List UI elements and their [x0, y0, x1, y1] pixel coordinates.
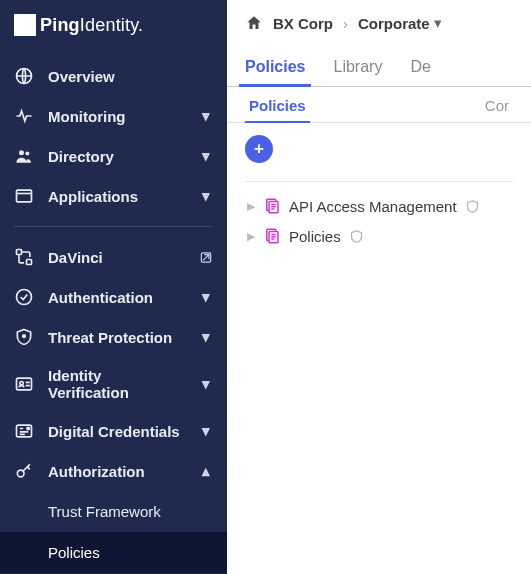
chevron-down-icon: ▾	[199, 147, 213, 165]
main-area: BX Corp › Corporate ▾ Policies Library D…	[227, 0, 531, 574]
svg-point-7	[17, 290, 32, 305]
breadcrumb-org[interactable]: BX Corp	[273, 15, 333, 32]
caret-right-icon: ▶	[247, 200, 255, 213]
sidebar-item-davinci[interactable]: DaVinci	[0, 237, 227, 277]
outer-tabs: Policies Library De	[227, 40, 531, 87]
check-circle-icon	[14, 287, 34, 307]
content-divider	[245, 181, 513, 182]
sidebar-item-threat-protection[interactable]: Threat Protection ▾	[0, 317, 227, 357]
sidebar-item-label: Applications	[48, 188, 185, 205]
sidebar-item-label: Identity Verification	[48, 367, 185, 401]
shield-icon	[14, 327, 34, 347]
tab-policies[interactable]: Policies	[245, 58, 305, 86]
policy-group-icon	[263, 197, 281, 215]
brand-ping: Ping	[40, 15, 80, 35]
plus-icon: +	[254, 139, 264, 159]
svg-point-1	[19, 150, 24, 155]
sidebar-item-label: Overview	[48, 68, 213, 85]
policy-group-icon	[263, 227, 281, 245]
sidebar-item-overview[interactable]: Overview	[0, 56, 227, 96]
sidebar-item-authorization[interactable]: Authorization ▴	[0, 451, 227, 491]
tab-library[interactable]: Library	[333, 58, 382, 86]
chevron-down-icon: ▾	[199, 107, 213, 125]
sidebar-item-label: Digital Credentials	[48, 423, 185, 440]
sidebar-item-monitoring[interactable]: Monitoring ▾	[0, 96, 227, 136]
sidebar-item-label: Threat Protection	[48, 329, 185, 346]
sidebar-item-label: Monitoring	[48, 108, 185, 125]
inner-tab-config[interactable]: Cor	[485, 97, 509, 122]
chevron-down-icon: ▾	[199, 328, 213, 346]
svg-point-2	[25, 152, 29, 156]
svg-point-13	[17, 470, 24, 477]
chevron-down-icon: ▾	[199, 375, 213, 393]
sidebar-item-label: DaVinci	[48, 249, 185, 266]
brand-square-icon	[14, 14, 36, 36]
svg-rect-3	[17, 190, 32, 202]
key-icon	[14, 461, 34, 481]
sidebar-item-identity-verification[interactable]: Identity Verification ▾	[0, 357, 227, 411]
breadcrumb-env-label: Corporate	[358, 15, 430, 32]
shield-outline-icon	[349, 229, 364, 244]
svg-point-8	[23, 335, 26, 338]
sidebar-item-applications[interactable]: Applications ▾	[0, 176, 227, 216]
credentials-icon	[14, 421, 34, 441]
inner-tab-policies[interactable]: Policies	[249, 97, 306, 122]
sidebar-item-label: Directory	[48, 148, 185, 165]
svg-rect-9	[17, 378, 32, 390]
add-button[interactable]: +	[245, 135, 273, 163]
sidebar-item-label: Authentication	[48, 289, 185, 306]
home-icon[interactable]	[245, 14, 263, 32]
chevron-right-icon: ›	[343, 15, 348, 32]
shield-outline-icon	[465, 199, 480, 214]
id-card-icon	[14, 374, 34, 394]
primary-nav: Overview Monitoring ▾ Directory ▾ Applic…	[0, 50, 227, 573]
sidebar-item-directory[interactable]: Directory ▾	[0, 136, 227, 176]
inner-tabs: Policies Cor	[227, 87, 531, 123]
window-icon	[14, 186, 34, 206]
tree-item-label: API Access Management	[289, 198, 457, 215]
flow-icon	[14, 247, 34, 267]
brand-logo: PingIdentity.	[0, 0, 227, 50]
content-area: + ▶ API Access Management ▶ Policies	[227, 123, 531, 260]
svg-point-10	[20, 382, 23, 385]
pulse-icon	[14, 106, 34, 126]
brand-text: PingIdentity.	[40, 15, 143, 36]
brand-identity: Identity.	[80, 15, 144, 35]
caret-down-icon: ▾	[434, 14, 442, 32]
chevron-down-icon: ▾	[199, 422, 213, 440]
chevron-down-icon: ▾	[199, 187, 213, 205]
svg-point-12	[27, 427, 30, 430]
sidebar-item-authentication[interactable]: Authentication ▾	[0, 277, 227, 317]
chevron-up-icon: ▴	[199, 462, 213, 480]
sidebar-subitem-policies[interactable]: Policies	[0, 532, 227, 573]
tree-item-api-access[interactable]: ▶ API Access Management	[245, 194, 513, 218]
tab-decisions[interactable]: De	[410, 58, 430, 86]
nav-separator	[14, 226, 213, 227]
breadcrumb: BX Corp › Corporate ▾	[227, 0, 531, 40]
caret-right-icon: ▶	[247, 230, 255, 243]
sidebar-item-label: Authorization	[48, 463, 185, 480]
chevron-down-icon: ▾	[199, 288, 213, 306]
tree-item-label: Policies	[289, 228, 341, 245]
external-link-icon	[199, 250, 213, 265]
authorization-submenu: Trust Framework Policies	[0, 491, 227, 573]
breadcrumb-env-dropdown[interactable]: Corporate ▾	[358, 14, 442, 32]
sidebar-subitem-trust-framework[interactable]: Trust Framework	[0, 491, 227, 532]
globe-icon	[14, 66, 34, 86]
svg-rect-4	[17, 250, 22, 255]
sidebar-item-digital-credentials[interactable]: Digital Credentials ▾	[0, 411, 227, 451]
people-icon	[14, 146, 34, 166]
svg-rect-5	[27, 260, 32, 265]
sidebar: PingIdentity. Overview Monitoring ▾ Dire…	[0, 0, 227, 574]
tree-item-policies[interactable]: ▶ Policies	[245, 224, 513, 248]
